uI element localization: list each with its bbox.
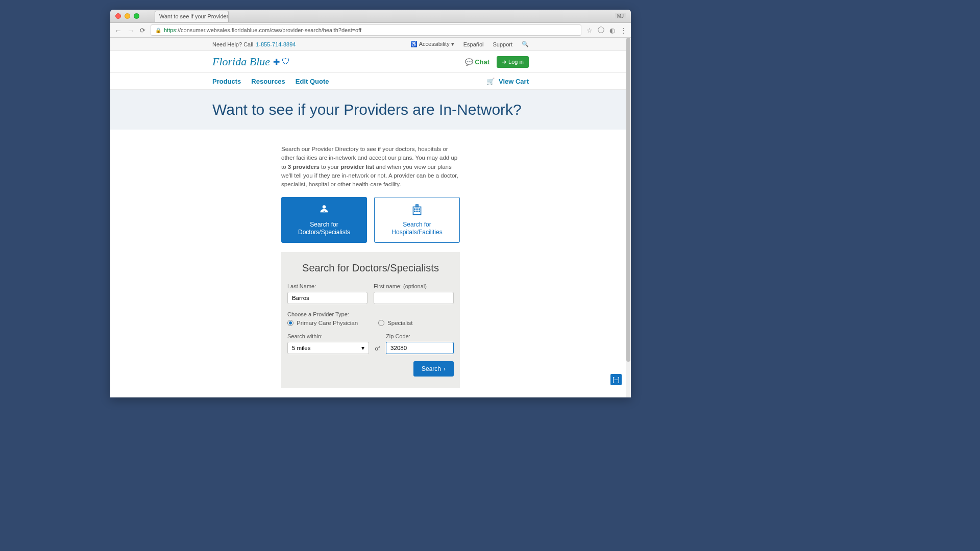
search-panel-title: Search for Doctors/Specialists <box>287 262 454 274</box>
radio-icon <box>287 320 293 326</box>
forward-icon[interactable]: → <box>127 26 135 35</box>
view-cart-link[interactable]: 🛒 View Cart <box>486 78 529 85</box>
close-tab-icon[interactable]: × <box>222 13 225 19</box>
info-icon[interactable]: ⓘ <box>598 26 604 35</box>
svg-point-7 <box>416 209 418 210</box>
toolbar-icons: ☆ ⓘ ◐ ⋮ <box>586 26 627 35</box>
svg-point-1 <box>323 210 325 212</box>
scrollbar-thumb[interactable] <box>626 38 630 362</box>
main-content: Search our Provider Directory to see if … <box>110 130 631 397</box>
doctor-icon <box>317 204 331 217</box>
svg-point-8 <box>419 209 420 210</box>
back-icon[interactable]: ← <box>114 26 122 35</box>
login-button[interactable]: ➜ Log in <box>497 56 529 68</box>
menu-icon[interactable]: ⋮ <box>620 27 627 34</box>
phone-link[interactable]: 1-855-714-8894 <box>256 41 296 47</box>
window-titlebar: Want to see if your Providers a × MJ <box>110 10 631 23</box>
espanol-link[interactable]: Español <box>463 41 484 47</box>
hospital-icon <box>410 204 424 217</box>
login-icon: ➜ <box>502 59 506 65</box>
search-type-tabs: Search for Doctors/Specialists Search fo… <box>281 197 460 243</box>
window-controls <box>115 13 139 19</box>
cart-icon: 🛒 <box>486 78 495 85</box>
lock-icon: 🔒 <box>155 28 161 33</box>
nav-edit-quote[interactable]: Edit Quote <box>296 78 329 85</box>
first-name-label: First name: (optional) <box>374 283 454 289</box>
url-text: ://consumer.websales.floridablue.com/cws… <box>176 27 361 33</box>
chat-icon: 💬 <box>465 58 473 66</box>
svg-point-0 <box>323 205 326 209</box>
radio-specialist[interactable]: Specialist <box>378 320 412 326</box>
tab-title: Want to see if your Providers a <box>159 13 229 19</box>
browser-tab[interactable]: Want to see if your Providers a × <box>155 11 229 22</box>
close-window-icon[interactable] <box>115 13 121 19</box>
nav-products[interactable]: Products <box>212 78 241 85</box>
shield-icon: 🛡 <box>282 57 290 67</box>
accessibility-link[interactable]: ♿ Accessibility ▾ <box>410 41 454 47</box>
need-help-label: Need Help? Call <box>212 41 253 47</box>
support-link[interactable]: Support <box>493 41 512 47</box>
radius-select[interactable]: 5 miles ▾ <box>287 342 369 354</box>
reload-icon[interactable]: ⟳ <box>140 27 145 34</box>
search-button[interactable]: Search › <box>413 361 454 377</box>
profile-badge[interactable]: MJ <box>615 13 626 19</box>
first-name-input[interactable] <box>374 292 454 304</box>
svg-point-11 <box>419 211 420 212</box>
chevron-right-icon: › <box>444 365 446 372</box>
url-toolbar: ← → ⟳ 🔒 https://consumer.websales.florid… <box>110 23 631 38</box>
intro-text: Search our Provider Directory to see if … <box>281 145 460 189</box>
radio-icon <box>378 320 384 326</box>
svg-point-10 <box>416 211 418 212</box>
address-bar[interactable]: 🔒 https://consumer.websales.floridablue.… <box>151 24 581 36</box>
logo[interactable]: Florida Blue ✚ 🛡 <box>212 55 290 68</box>
site-header: Florida Blue ✚ 🛡 💬Chat ➜ Log in <box>110 51 631 72</box>
tab-doctors[interactable]: Search for Doctors/Specialists <box>281 197 367 243</box>
zip-input[interactable] <box>386 342 454 354</box>
browser-window: Want to see if your Providers a × MJ ← →… <box>110 10 631 397</box>
hero-band: Want to see if your Providers are In-Net… <box>110 90 631 130</box>
logo-text: Florida Blue <box>212 55 270 68</box>
radio-pcp[interactable]: Primary Care Physician <box>287 320 358 326</box>
last-name-label: Last Name: <box>287 283 368 289</box>
nav-resources[interactable]: Resources <box>251 78 285 85</box>
url-protocol: https <box>164 27 176 33</box>
minimize-window-icon[interactable] <box>125 13 130 19</box>
star-icon[interactable]: ☆ <box>586 27 593 34</box>
utility-bar: Need Help? Call 1-855-714-8894 ♿ Accessi… <box>110 38 631 51</box>
of-label: of <box>375 345 380 354</box>
scrollbar[interactable] <box>626 38 631 397</box>
maximize-window-icon[interactable] <box>134 13 139 19</box>
svg-point-9 <box>414 211 415 212</box>
main-nav: Products Resources Edit Quote 🛒 View Car… <box>110 72 631 90</box>
last-name-input[interactable] <box>287 292 368 304</box>
search-within-label: Search within: <box>287 333 369 339</box>
search-panel: Search for Doctors/Specialists Last Name… <box>281 252 460 388</box>
provider-type-label: Choose a Provider Type: <box>287 311 454 317</box>
tab-hospitals[interactable]: Search for Hospitals/Facilities <box>374 197 460 243</box>
extension-icon[interactable]: ◐ <box>609 27 615 34</box>
zip-label: Zip Code: <box>386 333 454 339</box>
chevron-down-icon: ▾ <box>361 344 364 352</box>
page-viewport: Need Help? Call 1-855-714-8894 ♿ Accessi… <box>110 38 631 397</box>
page-title: Want to see if your Providers are In-Net… <box>212 101 529 118</box>
svg-point-6 <box>414 209 415 210</box>
search-icon[interactable]: 🔍 <box>522 41 529 47</box>
cross-icon: ✚ <box>273 57 280 67</box>
feedback-tab[interactable]: [–] <box>610 374 622 385</box>
chat-link[interactable]: 💬Chat <box>465 58 489 66</box>
